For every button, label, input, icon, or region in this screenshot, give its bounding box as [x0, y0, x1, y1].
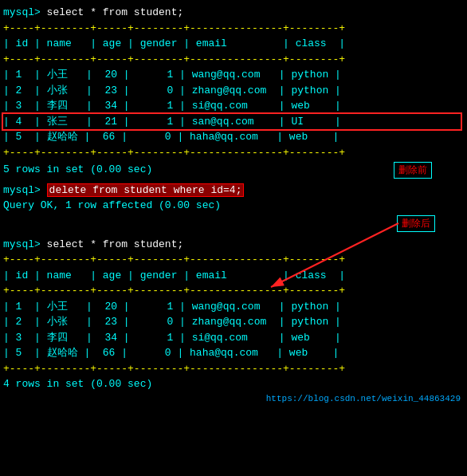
query1-line: mysql> select * from student; [3, 5, 464, 21]
table1-row-3-highlighted: | 4 | 张三 | 21 | 1 | san@qq.com | UI | [3, 114, 461, 130]
table1-sep-mid: +----+--------+-----+--------+----------… [3, 52, 464, 68]
table2-header: | id | name | age | gender | email | cla… [3, 268, 464, 284]
annotation2-box: 删除后 [397, 215, 435, 232]
query2-line: mysql> select * from student; [3, 237, 464, 253]
table2-sep-bot: +----+--------+-----+--------+----------… [3, 361, 464, 377]
prompt2: mysql> [3, 184, 47, 196]
terminal: mysql> select * from student; +----+----… [0, 0, 467, 408]
table2-row-3: | 5 | 赵哈哈 | 66 | 0 | haha@qq.com | web | [3, 345, 464, 361]
result2: 4 rows in set (0.00 sec) [3, 376, 464, 392]
table1-row-4: | 5 | 赵哈哈 | 66 | 0 | haha@qq.com | web | [3, 129, 464, 145]
table2-row-1: | 2 | 小张 | 23 | 0 | zhang@qq.com | pytho… [3, 314, 464, 330]
delete-result: Query OK, 1 row affected (0.00 sec) [3, 198, 464, 214]
table1-row-2: | 3 | 李四 | 34 | 1 | si@qq.com | web | [3, 98, 464, 114]
table2-row-2: | 3 | 李四 | 34 | 1 | si@qq.com | web | [3, 330, 464, 346]
prompt3: mysql> [3, 238, 47, 250]
prompt1: mysql> [3, 6, 47, 18]
watermark: https://blog.csdn.net/weixin_44863429 [3, 394, 464, 403]
table2-sep-mid: +----+--------+-----+--------+----------… [3, 283, 464, 299]
table1-header: | id | name | age | gender | email | cla… [3, 36, 464, 52]
table1-row-1: | 2 | 小张 | 23 | 0 | zhang@qq.com | pytho… [3, 83, 464, 99]
query1-cmd: select * from student; [47, 6, 184, 18]
delete-cmd: delete from student where id=4; [47, 183, 245, 197]
annotation1-box: 删除前 [394, 162, 432, 179]
query2-cmd: select * from student; [47, 238, 184, 250]
result1: 5 rows in set (0.00 sec) [3, 162, 152, 178]
table2-row-0: | 1 | 小王 | 20 | 1 | wang@qq.com | python… [3, 299, 464, 315]
table1-row-0: | 1 | 小王 | 20 | 1 | wang@qq.com | python… [3, 67, 464, 83]
table1-sep-bot: +----+--------+-----+--------+----------… [3, 145, 464, 161]
table2-sep-top: +----+--------+-----+--------+----------… [3, 252, 464, 268]
delete-line: mysql> delete from student where id=4; [3, 183, 464, 199]
table1-sep-top: +----+--------+-----+--------+----------… [3, 21, 464, 37]
